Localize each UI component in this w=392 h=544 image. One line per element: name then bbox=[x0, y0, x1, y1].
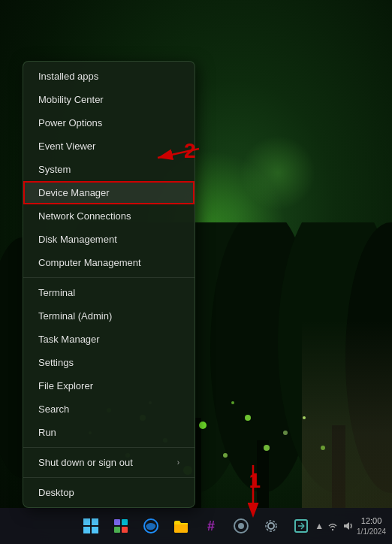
menu-item-file-explorer[interactable]: File Explorer bbox=[23, 374, 194, 397]
menu-item-label: Terminal (Admin) bbox=[38, 310, 112, 322]
slack-taskbar[interactable]: # bbox=[198, 512, 225, 539]
svg-point-14 bbox=[199, 422, 207, 429]
taskbar: # ▲ 12:00 1/1/2024 bbox=[0, 508, 392, 544]
menu-item-label: System bbox=[38, 164, 71, 175]
svg-rect-38 bbox=[122, 527, 128, 533]
context-menu: Installed appsMobility CenterPower Optio… bbox=[23, 61, 195, 508]
menu-item-power-options[interactable]: Power Options bbox=[23, 111, 194, 134]
svg-rect-35 bbox=[114, 519, 120, 525]
menu-item-label: Settings bbox=[38, 357, 74, 368]
clock-display: 12:00 1/1/2024 bbox=[357, 515, 386, 536]
menu-separator bbox=[23, 447, 194, 448]
file-explorer-taskbar[interactable] bbox=[167, 512, 194, 539]
start-button[interactable] bbox=[77, 512, 104, 539]
submenu-arrow-icon: › bbox=[177, 458, 179, 467]
menu-item-disk-management[interactable]: Disk Management bbox=[23, 228, 194, 251]
glow-effect bbox=[240, 135, 315, 210]
menu-item-label: Computer Management bbox=[38, 257, 141, 268]
menu-item-label: Shut down or sign out bbox=[38, 457, 133, 468]
menu-item-label: Device Manager bbox=[38, 187, 110, 198]
app-icon-2-taskbar[interactable] bbox=[288, 512, 315, 539]
settings-taskbar[interactable] bbox=[258, 512, 285, 539]
volume-icon bbox=[342, 520, 354, 532]
menu-item-search[interactable]: Search bbox=[23, 397, 194, 421]
character-hint bbox=[302, 320, 392, 508]
app-icon-1-taskbar[interactable] bbox=[228, 512, 255, 539]
menu-item-label: Network Connections bbox=[38, 210, 131, 222]
menu-item-terminal[interactable]: Terminal bbox=[23, 281, 194, 304]
menu-item-terminal-admin[interactable]: Terminal (Admin) bbox=[23, 304, 194, 328]
menu-item-label: Search bbox=[38, 403, 69, 415]
menu-item-label: Installed apps bbox=[38, 71, 98, 82]
system-tray: ▲ 12:00 1/1/2024 bbox=[315, 515, 386, 536]
edge-icon-taskbar[interactable] bbox=[137, 512, 164, 539]
menu-item-shut-down-sign-out[interactable]: Shut down or sign out› bbox=[23, 451, 194, 474]
menu-item-label: File Explorer bbox=[38, 380, 93, 391]
menu-item-label: Event Viewer bbox=[38, 141, 95, 152]
wifi-icon bbox=[327, 520, 339, 532]
svg-rect-32 bbox=[92, 518, 98, 525]
svg-point-21 bbox=[231, 401, 234, 404]
menu-item-device-manager[interactable]: Device Manager bbox=[23, 181, 194, 204]
menu-item-computer-management[interactable]: Computer Management bbox=[23, 251, 194, 274]
menu-item-desktop[interactable]: Desktop bbox=[23, 481, 194, 504]
menu-item-installed-apps[interactable]: Installed apps bbox=[23, 65, 194, 88]
menu-item-mobility-center[interactable]: Mobility Center bbox=[23, 88, 194, 111]
store-icon-taskbar[interactable] bbox=[107, 512, 134, 539]
menu-separator bbox=[23, 277, 194, 278]
svg-point-23 bbox=[264, 445, 270, 451]
annotation-number-1: 1 bbox=[249, 469, 261, 493]
svg-point-42 bbox=[268, 523, 274, 529]
menu-item-label: Run bbox=[38, 427, 56, 438]
svg-rect-37 bbox=[114, 527, 120, 533]
menu-item-label: Task Manager bbox=[38, 334, 100, 345]
svg-rect-36 bbox=[122, 519, 128, 525]
menu-item-label: Mobility Center bbox=[38, 94, 104, 105]
annotation-number-2: 2 bbox=[184, 139, 196, 163]
svg-rect-33 bbox=[83, 527, 90, 533]
svg-point-41 bbox=[238, 523, 244, 529]
svg-rect-31 bbox=[83, 518, 90, 525]
menu-item-run[interactable]: Run bbox=[23, 421, 194, 444]
menu-item-network-connections[interactable]: Network Connections bbox=[23, 204, 194, 228]
svg-point-16 bbox=[245, 415, 251, 421]
menu-item-task-manager[interactable]: Task Manager bbox=[23, 328, 194, 351]
svg-rect-34 bbox=[92, 527, 98, 533]
svg-point-15 bbox=[223, 453, 228, 458]
menu-item-label: Terminal bbox=[38, 287, 75, 298]
menu-item-event-viewer[interactable]: Event Viewer bbox=[23, 134, 194, 158]
menu-item-label: Disk Management bbox=[38, 234, 117, 245]
menu-item-label: Power Options bbox=[38, 117, 102, 128]
menu-separator bbox=[23, 477, 194, 478]
menu-item-settings[interactable]: Settings bbox=[23, 351, 194, 374]
menu-item-system[interactable]: System bbox=[23, 158, 194, 181]
menu-item-label: Desktop bbox=[38, 487, 74, 498]
svg-point-19 bbox=[283, 431, 288, 435]
